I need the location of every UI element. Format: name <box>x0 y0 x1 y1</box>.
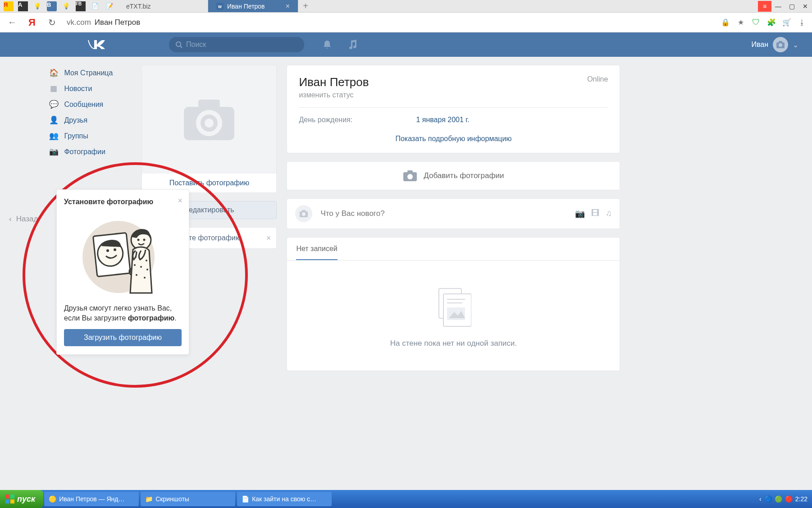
popup-upload-button[interactable]: Загрузить фотографию <box>64 329 182 346</box>
nav-news[interactable]: ▦Новости <box>46 81 132 96</box>
yandex-search-button[interactable]: Я <box>24 15 40 30</box>
user-name: Иван <box>751 41 768 49</box>
nav-groups[interactable]: 👥Группы <box>46 128 132 144</box>
tab-close-icon[interactable]: × <box>286 2 290 10</box>
groups-icon: 👥 <box>49 131 59 141</box>
search-input[interactable] <box>186 41 298 49</box>
whats-new-card: 📷 🎞 ♫ <box>287 198 620 229</box>
friends-icon: 👤 <box>49 115 59 125</box>
empty-wall: На стене пока нет ни одной записи. <box>287 261 620 371</box>
popup-close-icon[interactable]: × <box>178 196 182 206</box>
vk-search-box[interactable] <box>169 37 304 52</box>
new-tab-button[interactable]: + <box>298 0 313 12</box>
system-tray[interactable]: ‹ 🔵 🟢 🔴 2:22 <box>755 495 812 503</box>
window-minimize[interactable]: — <box>771 1 785 12</box>
pinned-tab-extra2[interactable]: 📝 <box>103 1 116 12</box>
browser-tab-active[interactable]: w Иван Петров × <box>208 0 298 12</box>
tray-icon[interactable]: 🔴 <box>785 495 793 503</box>
posts-tabs: Нет записей <box>287 238 620 260</box>
nav-label: Сообщения <box>64 101 103 109</box>
messages-icon: 💬 <box>49 100 59 109</box>
camera-icon <box>403 170 417 182</box>
url-path: Иван Петров <box>95 18 140 27</box>
profile-photo-card: Поставить фотографию <box>141 65 277 193</box>
show-more-info-link[interactable]: Показать подробную информацию <box>299 132 608 143</box>
nav-label: Моя Страница <box>64 69 113 77</box>
svg-point-35 <box>140 266 142 268</box>
lock-icon[interactable]: 🔒 <box>720 17 731 28</box>
attachment-icons: 📷 🎞 ♫ <box>575 209 612 219</box>
window-maximize[interactable]: ▢ <box>785 1 798 12</box>
extension-icon-1[interactable]: 🧩 <box>766 17 777 28</box>
pinned-tab-a[interactable]: A <box>16 1 30 12</box>
svg-point-27 <box>114 248 116 251</box>
nav-photos[interactable]: 📷Фотографии <box>46 144 132 160</box>
svg-rect-41 <box>5 499 9 503</box>
pinned-tab-bulb[interactable]: 💡 <box>31 1 44 12</box>
nav-messages[interactable]: 💬Сообщения <box>46 96 132 112</box>
shield-icon[interactable]: 🛡 <box>751 17 762 28</box>
reload-button[interactable]: ↻ <box>44 15 59 30</box>
svg-text:w: w <box>218 4 222 9</box>
taskbar: пуск 🟡Иван Петров — Янд… 📁Скриншоты 📄Как… <box>0 490 812 508</box>
posts-tab-none[interactable]: Нет записей <box>296 245 337 260</box>
svg-point-26 <box>106 249 109 252</box>
yandex-menu-button[interactable]: ≡ <box>758 1 771 12</box>
svg-point-37 <box>136 274 137 276</box>
tray-icon[interactable]: 🔵 <box>764 495 772 503</box>
pinned-tab-fb[interactable]: FB <box>74 1 87 12</box>
back-link[interactable]: ‹ Назад <box>9 65 38 371</box>
svg-point-38 <box>144 277 146 279</box>
nav-back-button[interactable]: ← <box>5 15 20 30</box>
url-box[interactable]: vk.com Иван Петров <box>67 18 140 27</box>
tray-clock[interactable]: 2:22 <box>795 495 807 503</box>
window-close[interactable]: ✕ <box>798 1 812 12</box>
svg-rect-42 <box>10 499 14 503</box>
taskbar-item-2[interactable]: 📁Скриншоты <box>141 492 235 506</box>
window-controls: ≡ — ▢ ✕ <box>758 0 812 12</box>
attach-video-icon[interactable]: 🎞 <box>591 209 599 219</box>
close-icon[interactable]: × <box>266 233 271 243</box>
svg-line-3 <box>180 46 182 48</box>
start-button[interactable]: пуск <box>0 490 43 508</box>
music-note-icon[interactable] <box>348 40 357 50</box>
nav-my-page[interactable]: 🏠Моя Страница <box>46 65 132 81</box>
svg-point-36 <box>146 269 148 270</box>
start-label: пуск <box>17 494 35 504</box>
profile-photo-placeholder[interactable] <box>142 65 276 174</box>
whats-new-input[interactable] <box>320 209 567 218</box>
attach-music-icon[interactable]: ♫ <box>606 209 612 219</box>
home-icon: 🏠 <box>49 68 59 78</box>
taskbar-item-3[interactable]: 📄Как зайти на свою с… <box>237 492 332 506</box>
pinned-tab-vk[interactable]: В <box>45 1 59 12</box>
tray-icon[interactable]: ‹ <box>759 495 762 503</box>
posts-card: Нет записей На стене пока нет ни одной з… <box>287 237 620 371</box>
pinned-tab-extra1[interactable]: 📄 <box>88 1 102 12</box>
tray-icon[interactable]: 🟢 <box>775 495 782 503</box>
downloads-icon[interactable]: ⭳ <box>797 17 807 28</box>
vk-user-menu[interactable]: Иван ⌄ <box>751 37 798 52</box>
notifications-bell-icon[interactable] <box>322 40 332 50</box>
attach-photo-icon[interactable]: 📷 <box>575 209 585 219</box>
svg-rect-8 <box>198 100 220 110</box>
taskbar-item-1[interactable]: 🟡Иван Петров — Янд… <box>44 492 139 506</box>
pinned-tab-bulb2[interactable]: 💡 <box>59 1 73 12</box>
birthday-value[interactable]: 1 января 2001 г. <box>416 116 469 124</box>
profile-header: Иван Петров изменить статус Online <box>299 75 608 99</box>
browser-tab-bar: Я A 💡 В 💡 FB 📄 📝 eTXT.biz w Иван Петров … <box>0 0 812 13</box>
browser-tab-etxt[interactable]: eTXT.biz <box>118 0 208 12</box>
svg-point-10 <box>205 119 214 128</box>
birthday-label: День рождения: <box>299 116 389 124</box>
main-column: Иван Петров изменить статус Online День … <box>287 65 620 371</box>
svg-point-29 <box>137 239 139 241</box>
vk-logo[interactable] <box>88 39 142 50</box>
nav-friends[interactable]: 👤Друзья <box>46 112 132 128</box>
extension-icon-2[interactable]: 🛒 <box>781 17 792 28</box>
bookmark-star-icon[interactable]: ★ <box>735 17 746 28</box>
change-status-link[interactable]: изменить статус <box>299 91 369 99</box>
add-photos-card[interactable]: Добавить фотографии <box>287 161 620 190</box>
tb-label: Как зайти на свою с… <box>252 495 316 503</box>
avatar <box>773 37 788 52</box>
pinned-tab-yandex[interactable]: Я <box>2 1 15 12</box>
back-label: Назад <box>16 215 38 224</box>
